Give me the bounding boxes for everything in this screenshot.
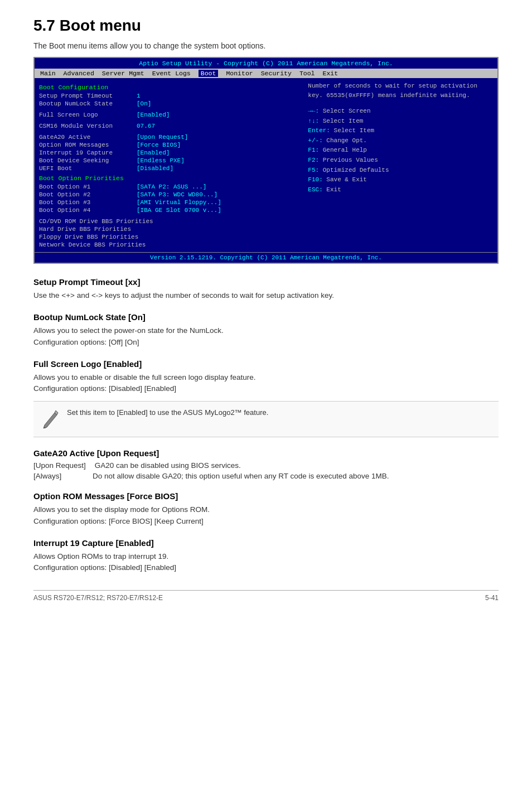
bios-row-label: GateA20 Active xyxy=(39,134,137,141)
bios-key-desc: General Help xyxy=(323,147,367,153)
definition-term: [Always] xyxy=(33,472,84,480)
bios-row: Boot Option #1[SATA P2: ASUS ...] xyxy=(39,183,298,191)
definition-desc: GA20 can be disabled using BIOS services… xyxy=(95,461,499,470)
doc-sections: Setup Prompt Timeout [xx]Use the <+> and… xyxy=(33,277,499,573)
doc-section-interrupt-19: Interrupt 19 Capture [Enabled]Allows Opt… xyxy=(33,538,499,574)
bios-row-value: [Endless PXE] xyxy=(137,157,185,164)
bios-key-desc: Exit xyxy=(326,186,341,193)
bios-left-panel: Boot ConfigurationSetup Prompt Timeout1B… xyxy=(39,81,298,249)
page-footer: ASUS RS720-E7/RS12; RS720-E7/RS12-E 5-41 xyxy=(33,590,499,602)
bios-row: CD/DVD ROM Drive BBS Priorities xyxy=(39,218,298,225)
bios-menu-item-monitor[interactable]: Monitor xyxy=(226,70,253,77)
bios-row: Hard Drive BBS Priorities xyxy=(39,225,298,233)
bios-row: Boot Option #2[SATA P3: WDC WD80...] xyxy=(39,191,298,199)
bios-row-label: Network Device BBS Priorities xyxy=(39,241,146,248)
bios-title-bar: Aptio Setup Utility - Copyright (C) 2011… xyxy=(35,58,497,69)
doc-section-bootup-numlock: Bootup NumLock State [On]Allows you to s… xyxy=(33,312,499,348)
bios-key: F5: xyxy=(308,167,322,173)
bios-row-label: Setup Prompt Timeout xyxy=(39,93,137,99)
bios-row-label: Boot Device Seeking xyxy=(39,157,137,164)
definition-row: [Always]Do not allow disable GA20; this … xyxy=(33,472,499,480)
bios-menu-item-event-logs[interactable]: Event Logs xyxy=(152,70,191,77)
bios-row-label: CSM16 Module Version xyxy=(39,123,137,129)
bios-content: Boot ConfigurationSetup Prompt Timeout1B… xyxy=(35,78,497,252)
bios-screen: Aptio Setup Utility - Copyright (C) 2011… xyxy=(33,57,499,264)
bios-key-desc: Change Opt. xyxy=(326,137,367,144)
bios-key: +/-: xyxy=(308,137,326,144)
bios-key-row: +/-: Change Opt. xyxy=(308,136,493,146)
doc-section-option-rom: Option ROM Messages [Force BIOS]Allows y… xyxy=(33,491,499,527)
bios-row: Network Device BBS Priorities xyxy=(39,241,298,249)
footer-left: ASUS RS720-E7/RS12; RS720-E7/RS12-E xyxy=(33,594,163,602)
section-heading: Option ROM Messages [Force BIOS] xyxy=(33,491,499,501)
bios-key: F10: xyxy=(308,176,326,183)
definition-term: [Upon Request] xyxy=(33,461,86,470)
bios-row-value: [On] xyxy=(137,100,151,107)
bios-row: GateA20 Active[Upon Request] xyxy=(39,133,298,141)
bios-menu-item-boot[interactable]: Boot xyxy=(199,70,219,77)
note-box: Set this item to [Enabled] to use the AS… xyxy=(33,401,499,437)
bios-row: Boot Device Seeking[Endless PXE] xyxy=(39,157,298,165)
bios-row-value: [Upon Request] xyxy=(137,134,188,141)
bios-key-row: ↑↓: Select Item xyxy=(308,117,493,127)
bios-row-label: Hard Drive BBS Priorities xyxy=(39,226,137,233)
section-heading: Full Screen Logo [Enabled] xyxy=(33,359,499,369)
bios-key-row: F2: Previous Values xyxy=(308,156,493,166)
bios-row: Interrupt 19 Capture[Enabled] xyxy=(39,149,298,157)
bios-row: Bootup NumLock State[On] xyxy=(39,100,298,108)
bios-menu-item-tool[interactable]: Tool xyxy=(299,70,315,77)
bios-row-label: Boot Option #2 xyxy=(39,191,137,198)
bios-row-label: Bootup NumLock State xyxy=(39,100,137,107)
page-title: 5.7 Boot menu xyxy=(33,17,499,35)
footer-right: 5-41 xyxy=(485,594,499,602)
bios-row: CSM16 Module Version 07.67 xyxy=(39,122,298,130)
bios-row: Option ROM Messages[Force BIOS] xyxy=(39,141,298,149)
section-body: Allows you to enable or disable the full… xyxy=(33,372,499,395)
bios-key-desc: Save & Exit xyxy=(326,176,367,183)
section-heading: Bootup NumLock State [On] xyxy=(33,312,499,322)
bios-menu-item-advanced[interactable]: Advanced xyxy=(64,70,94,77)
bios-key: F1: xyxy=(308,147,322,153)
bios-menu-item-server-mgmt[interactable]: Server Mgmt xyxy=(102,70,144,77)
bios-row: Floppy Drive BBS Priorities xyxy=(39,233,298,241)
bios-row-value: [Enabled] xyxy=(137,149,170,156)
bios-help-text: Number of seconds to wait for setup acti… xyxy=(308,81,493,100)
bios-row-value: [SATA P2: ASUS ...] xyxy=(137,183,206,190)
section-body: Allows you to set the display mode for O… xyxy=(33,504,499,527)
bios-menu-item-exit[interactable]: Exit xyxy=(323,70,338,77)
bios-row-value: [SATA P3: WDC WD80...] xyxy=(137,191,217,198)
section-body: Allows you to select the power-on state … xyxy=(33,325,499,348)
bios-row-value: [Force BIOS] xyxy=(137,142,181,148)
bios-row-label: Full Screen Logo xyxy=(39,112,137,118)
bios-key-desc: Select Item xyxy=(334,127,375,134)
bios-key-row: F10: Save & Exit xyxy=(308,175,493,185)
bios-key-desc: Previous Values xyxy=(323,157,378,163)
bios-row-label: CD/DVD ROM Drive BBS Priorities xyxy=(39,218,153,225)
bios-key-row: Enter: Select Item xyxy=(308,126,493,136)
bios-section-title: Boot Configuration xyxy=(39,84,298,91)
bios-section-title: Boot Option Priorities xyxy=(39,175,298,182)
bios-row-value: [AMI Virtual Floppy...] xyxy=(137,199,221,206)
bios-key-legend: →←: Select Screen↑↓: Select ItemEnter: S… xyxy=(308,107,493,195)
bios-key-desc: Select Item xyxy=(323,118,364,124)
definition-desc: Do not allow disable GA20; this option u… xyxy=(93,472,499,480)
bios-key-row: ESC: Exit xyxy=(308,185,493,195)
bios-key-row: F1: General Help xyxy=(308,146,493,156)
bios-row-label: Floppy Drive BBS Priorities xyxy=(39,234,138,240)
doc-section-gatea20: GateA20 Active [Upon Request][Upon Reque… xyxy=(33,448,499,480)
section-heading: GateA20 Active [Upon Request] xyxy=(33,448,499,458)
bios-key-row: F5: Optimized Defaults xyxy=(308,166,493,176)
bios-menu-item-security[interactable]: Security xyxy=(261,70,292,77)
section-body: Allows Option ROMs to trap interrupt 19.… xyxy=(33,551,499,574)
section-heading: Interrupt 19 Capture [Enabled] xyxy=(33,538,499,548)
bios-key-row: →←: Select Screen xyxy=(308,107,493,117)
bios-row-label: UEFI Boot xyxy=(39,165,137,172)
bios-menu-bar[interactable]: MainAdvancedServer MgmtEvent LogsBootMon… xyxy=(35,69,497,78)
doc-section-setup-prompt-timeout: Setup Prompt Timeout [xx]Use the <+> and… xyxy=(33,277,499,301)
bios-row: Setup Prompt Timeout1 xyxy=(39,92,298,100)
bios-key: →←: xyxy=(308,108,322,114)
bios-key: ↑↓: xyxy=(308,118,322,124)
bios-menu-item-main[interactable]: Main xyxy=(40,70,56,77)
bios-row: Boot Option #3[AMI Virtual Floppy...] xyxy=(39,199,298,206)
bios-row-value: [Disabled] xyxy=(137,165,173,172)
